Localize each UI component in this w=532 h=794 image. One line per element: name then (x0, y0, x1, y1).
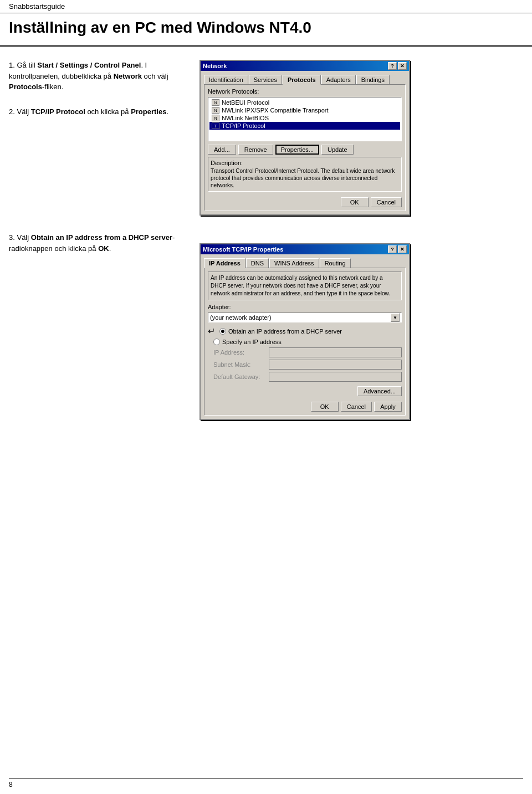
default-gateway-row: Default Gateway: (213, 372, 402, 382)
update-button[interactable]: Update (321, 145, 353, 155)
text-step-3: 3. Välj Obtain an IP address from a DHCP… (9, 232, 186, 257)
specify-label: Specify an IP address (222, 339, 282, 345)
protocol-nwlink-netbios-label: NWLink NetBIOS (222, 115, 269, 121)
remove-button[interactable]: Remove (238, 145, 273, 155)
subnet-mask-row: Subnet Mask: (213, 360, 402, 370)
tab-ip-address[interactable]: IP Address (204, 258, 245, 268)
description-label: Description: (211, 160, 399, 166)
network-dialog-body: Identification Services Protocols Adapte… (201, 71, 409, 214)
step-2-number: 2. (9, 107, 17, 116)
ip-tab-content: An IP address can be automatically assig… (204, 268, 406, 416)
network-ok-cancel: OK Cancel (208, 195, 402, 207)
network-dialog-title: Network (203, 63, 227, 69)
radio-obtain: Obtain an IP address from a DHCP server (219, 326, 342, 336)
protocol-tcpip-label: TCP/IP Protocol (222, 122, 265, 129)
help-button[interactable]: ? (388, 62, 397, 70)
tcpip-titlebar-buttons: ? ✕ (388, 245, 407, 253)
network-protocols-label: Network Protocols: (208, 88, 402, 95)
tab-adapters[interactable]: Adapters (321, 75, 356, 85)
step-1-text: Gå till Start / Settings / Control Panel… (9, 61, 168, 91)
protocol-icon: N (212, 99, 219, 106)
network-tabs: Identification Services Protocols Adapte… (204, 74, 406, 84)
tab-services[interactable]: Services (249, 75, 282, 85)
section-1-2: 1. Gå till Start / Settings / Control Pa… (9, 60, 523, 216)
tab-protocols[interactable]: Protocols (283, 75, 321, 85)
step-2: 2. Välj TCP/IP Protocol och klicka på Pr… (9, 106, 186, 117)
page-header: Snabbstartsguide (0, 0, 532, 13)
arrow-indicator-icon: ↵ (208, 326, 215, 336)
network-dialog-image: Network ? ✕ Identification Services Prot… (200, 60, 523, 216)
protocol-icon-3: N (212, 115, 219, 121)
section-3: 3. Välj Obtain an IP address from a DHCP… (9, 232, 523, 420)
adapter-row: Adapter: (your network adapter) ▼ (208, 304, 402, 322)
step-1: 1. Gå till Start / Settings / Control Pa… (9, 60, 186, 93)
radio-specify-row: Specify an IP address (213, 339, 402, 345)
tcpip-help-button[interactable]: ? (388, 245, 397, 253)
protocol-buttons: Add... Remove Properties... Update (208, 145, 402, 155)
close-button[interactable]: ✕ (398, 62, 407, 70)
protocol-icon-4: T (212, 122, 219, 129)
obtain-dhcp-radio-circle (219, 328, 226, 335)
step-1-number: 1. (9, 61, 17, 69)
info-box: An IP address can be automatically assig… (208, 272, 402, 300)
protocol-nwlink-ipx-label: NWLink IPX/SPX Compatible Transport (222, 107, 329, 114)
subnet-mask-label: Subnet Mask: (213, 361, 269, 368)
content-area: 1. Gå till Start / Settings / Control Pa… (0, 60, 532, 420)
tab-dns[interactable]: DNS (246, 258, 269, 268)
adapter-label: Adapter: (208, 304, 402, 310)
tcpip-dialog-image: Microsoft TCP/IP Properties ? ✕ IP Addre… (200, 232, 523, 420)
dropdown-arrow-icon[interactable]: ▼ (391, 313, 400, 322)
page-number: 8 (9, 781, 13, 788)
step-3-text: Välj Obtain an IP address from a DHCP se… (9, 233, 175, 253)
properties-button[interactable]: Properties... (275, 145, 319, 155)
tcpip-ok-button[interactable]: OK (311, 402, 339, 412)
adapter-dropdown[interactable]: (your network adapter) ▼ (208, 313, 402, 322)
description-box: Description: Transport Control Protocol/… (208, 157, 402, 192)
advanced-button[interactable]: Advanced... (357, 386, 402, 396)
tcpip-close-button[interactable]: ✕ (398, 245, 407, 253)
protocol-nwlink-ipx[interactable]: N NWLink IPX/SPX Compatible Transport (209, 106, 400, 114)
add-button[interactable]: Add... (208, 145, 236, 155)
step-2-text: Välj TCP/IP Protocol och klicka på Prope… (17, 107, 168, 116)
page-footer: 8 (9, 778, 523, 788)
step-3-number: 3. (9, 233, 17, 242)
protocol-nwlink-netbios[interactable]: N NWLink NetBIOS (209, 114, 400, 122)
step-3: 3. Välj Obtain an IP address from a DHCP… (9, 232, 186, 254)
description-text: Transport Control Protocol/Internet Prot… (211, 167, 399, 189)
ip-address-row: IP Address: (213, 347, 402, 357)
advanced-row: Advanced... (208, 386, 402, 396)
specify-radio-circle (213, 339, 220, 345)
obtain-dhcp-label: Obtain an IP address from a DHCP server (228, 328, 342, 335)
tcpip-apply-button[interactable]: Apply (374, 402, 402, 412)
header-title: Snabbstartsguide (9, 2, 65, 11)
tab-wins-address[interactable]: WINS Address (269, 258, 319, 268)
protocol-netbeui-label: NetBEUI Protocol (222, 99, 269, 106)
obtain-dhcp-radio[interactable]: Obtain an IP address from a DHCP server (219, 328, 342, 335)
specify-radio[interactable]: Specify an IP address (213, 339, 402, 345)
protocol-icon-2: N (212, 107, 219, 114)
network-ok-button[interactable]: OK (341, 197, 369, 207)
protocol-tcpip[interactable]: T TCP/IP Protocol (209, 122, 400, 130)
tcpip-ok-cancel: OK Cancel Apply (208, 399, 402, 412)
tcpip-cancel-button[interactable]: Cancel (341, 402, 372, 412)
tcpip-dialog: Microsoft TCP/IP Properties ? ✕ IP Addre… (200, 243, 410, 420)
network-dialog: Network ? ✕ Identification Services Prot… (200, 60, 410, 216)
ip-fields: IP Address: Subnet Mask: Default Gateway… (213, 347, 402, 382)
ip-address-label: IP Address: (213, 349, 269, 356)
tab-identification[interactable]: Identification (204, 75, 248, 85)
tab-routing[interactable]: Routing (320, 258, 351, 268)
default-gateway-input (269, 372, 402, 382)
tcpip-dialog-title: Microsoft TCP/IP Properties (203, 246, 283, 253)
default-gateway-label: Default Gateway: (213, 373, 269, 380)
tab-bindings[interactable]: Bindings (356, 75, 390, 85)
ip-address-input (269, 347, 402, 357)
protocol-netbeui[interactable]: N NetBEUI Protocol (209, 99, 400, 106)
tcpip-tabs: IP Address DNS WINS Address Routing (204, 258, 406, 268)
titlebar-buttons: ? ✕ (388, 62, 407, 70)
arrow-radio-row: ↵ Obtain an IP address from a DHCP serve… (208, 326, 402, 336)
network-dialog-titlebar: Network ? ✕ (201, 61, 409, 71)
network-cancel-button[interactable]: Cancel (371, 197, 402, 207)
page-title: Inställning av en PC med Windows NT4.0 (0, 13, 532, 47)
tcpip-dialog-titlebar: Microsoft TCP/IP Properties ? ✕ (201, 244, 409, 254)
tcpip-dialog-body: IP Address DNS WINS Address Routing An I… (201, 254, 409, 419)
